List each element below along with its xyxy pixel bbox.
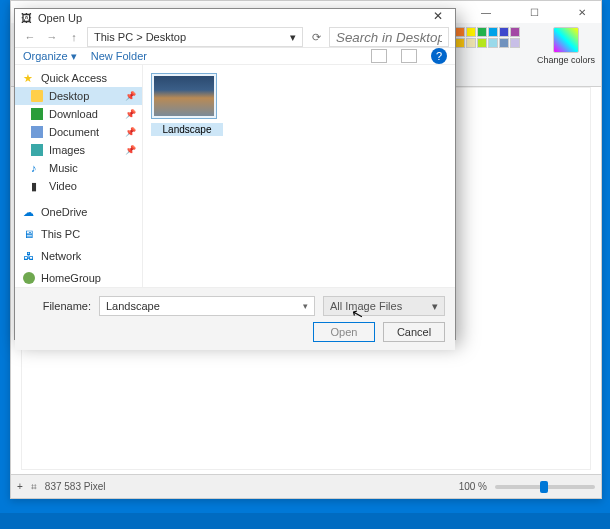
music-icon: ♪ [31, 162, 43, 174]
nav-up-button[interactable]: ↑ [65, 28, 83, 46]
maximize-button[interactable]: ☐ [519, 2, 549, 22]
color-swatch[interactable] [510, 27, 520, 37]
minimize-button[interactable]: — [471, 2, 501, 22]
status-dimensions: 837 583 Pixel [45, 481, 106, 492]
nav-pane: ★Quick Access Desktop📌 Download📌 Documen… [15, 65, 143, 287]
open-button[interactable]: Open [313, 322, 375, 342]
color-swatch[interactable] [477, 38, 487, 48]
close-button[interactable]: ✕ [567, 2, 597, 22]
status-plus[interactable]: + [17, 481, 23, 492]
color-swatch[interactable] [510, 38, 520, 48]
nav-label: Download [49, 108, 98, 120]
dialog-title: Open Up [38, 12, 82, 24]
download-icon [31, 108, 43, 120]
nav-homegroup[interactable]: HomeGroup [15, 269, 142, 287]
nav-video[interactable]: ▮Video [15, 177, 142, 195]
edit-colors-button[interactable]: Change colors [537, 27, 595, 82]
paint-statusbar: + ⌗ 837 583 Pixel 100 % [11, 474, 601, 498]
nav-label: Images [49, 144, 85, 156]
dialog-close-button[interactable]: ✕ [427, 9, 449, 27]
address-bar[interactable]: This PC > Desktop ▾ [87, 27, 303, 47]
filetype-filter[interactable]: All Image Files ▾ [323, 296, 445, 316]
preview-icon[interactable] [401, 49, 417, 63]
file-list[interactable]: Landscape [143, 65, 455, 287]
nav-images[interactable]: Images📌 [15, 141, 142, 159]
color-swatch[interactable] [488, 38, 498, 48]
zoom-slider[interactable] [495, 485, 595, 489]
pin-icon: 📌 [125, 91, 136, 101]
color-swatch[interactable] [455, 27, 465, 37]
file-name-label: Landscape [151, 123, 223, 136]
refresh-button[interactable]: ⟳ [307, 31, 325, 44]
chevron-down-icon[interactable]: ▾ [432, 300, 438, 313]
document-icon [31, 126, 43, 138]
zoom-thumb[interactable] [540, 481, 548, 493]
network-icon: 🖧 [23, 250, 35, 262]
cloud-icon: ☁ [23, 206, 35, 218]
search-input[interactable] [329, 27, 449, 47]
pin-icon: 📌 [125, 145, 136, 155]
nav-back-button[interactable]: ← [21, 28, 39, 46]
address-path: This PC > Desktop [94, 31, 186, 43]
nav-label: Network [41, 250, 81, 262]
desktop-edge [0, 513, 610, 529]
address-chevron-icon[interactable]: ▾ [290, 31, 296, 44]
filter-label: All Image Files [330, 300, 402, 312]
nav-desktop[interactable]: Desktop📌 [15, 87, 142, 105]
dialog-body: ★Quick Access Desktop📌 Download📌 Documen… [15, 65, 455, 288]
file-thumbnail [151, 73, 217, 119]
nav-label: HomeGroup [41, 272, 101, 284]
dialog-footer: Filename: Landscape ▾ All Image Files ▾ … [15, 288, 455, 350]
nav-label: This PC [41, 228, 80, 240]
app-icon: 🖼 [21, 12, 32, 24]
nav-label: Music [49, 162, 78, 174]
color-swatch[interactable] [466, 27, 476, 37]
status-zoom: 100 % [459, 481, 487, 492]
view-icon[interactable] [371, 49, 387, 63]
pin-icon: 📌 [125, 127, 136, 137]
nav-label: Video [49, 180, 77, 192]
color-swatch[interactable] [466, 38, 476, 48]
nav-this-pc[interactable]: 🖥This PC [15, 225, 142, 243]
color-swatch[interactable] [488, 27, 498, 37]
star-icon: ★ [23, 72, 35, 84]
nav-label: Quick Access [41, 72, 107, 84]
dialog-navbar: ← → ↑ This PC > Desktop ▾ ⟳ [15, 27, 455, 48]
pin-icon: 📌 [125, 109, 136, 119]
cancel-button[interactable]: Cancel [383, 322, 445, 342]
filename-label: Filename: [25, 300, 91, 312]
chevron-down-icon[interactable]: ▾ [303, 301, 308, 311]
color-swatch[interactable] [499, 38, 509, 48]
nav-quick-access[interactable]: ★Quick Access [15, 69, 142, 87]
nav-network[interactable]: 🖧Network [15, 247, 142, 265]
color-swatch[interactable] [477, 27, 487, 37]
dialog-titlebar: 🖼 Open Up ✕ [15, 9, 455, 27]
help-button[interactable]: ? [431, 48, 447, 64]
dialog-toolbar: Organize ▾ New Folder ? [15, 48, 455, 65]
folder-icon [31, 90, 43, 102]
nav-forward-button[interactable]: → [43, 28, 61, 46]
nav-onedrive[interactable]: ☁OneDrive [15, 203, 142, 221]
nav-music[interactable]: ♪Music [15, 159, 142, 177]
edit-colors-label: Change colors [537, 55, 595, 65]
organize-menu[interactable]: Organize ▾ [23, 50, 77, 63]
homegroup-icon [23, 272, 35, 284]
edit-colors-icon [553, 27, 579, 53]
color-swatch[interactable] [455, 38, 465, 48]
nav-label: Desktop [49, 90, 89, 102]
filename-input[interactable]: Landscape ▾ [99, 296, 315, 316]
color-swatch[interactable] [499, 27, 509, 37]
nav-download[interactable]: Download📌 [15, 105, 142, 123]
filename-value: Landscape [106, 300, 160, 312]
nav-label: Document [49, 126, 99, 138]
open-dialog: 🖼 Open Up ✕ ← → ↑ This PC > Desktop ▾ ⟳ … [14, 8, 456, 340]
nav-document[interactable]: Document📌 [15, 123, 142, 141]
file-item-landscape[interactable]: Landscape [151, 73, 223, 136]
images-icon [31, 144, 43, 156]
pc-icon: 🖥 [23, 228, 35, 240]
video-icon: ▮ [31, 180, 43, 192]
new-folder-button[interactable]: New Folder [91, 50, 147, 62]
nav-label: OneDrive [41, 206, 87, 218]
